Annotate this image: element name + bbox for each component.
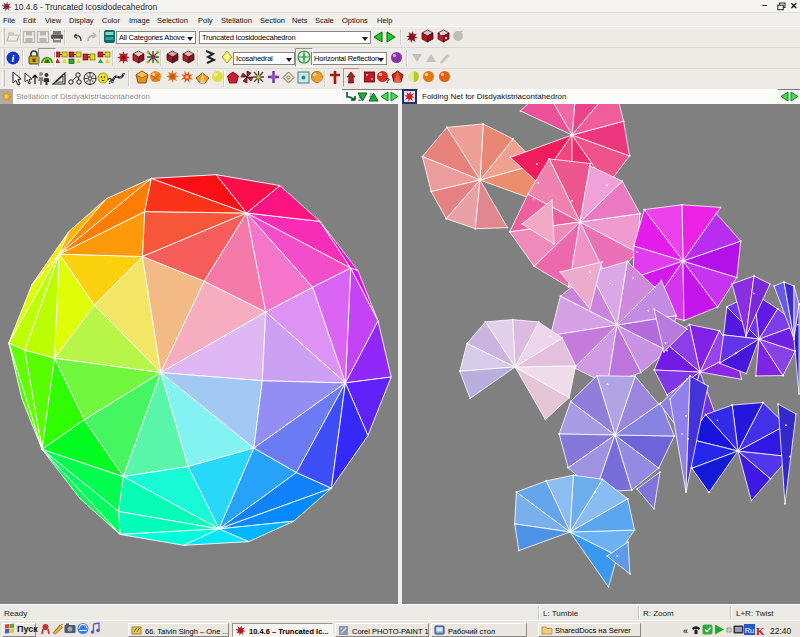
svg-text:?: ? [385,76,390,85]
svg-text:i: i [12,53,15,64]
svg-text:Ru: Ru [745,626,755,635]
